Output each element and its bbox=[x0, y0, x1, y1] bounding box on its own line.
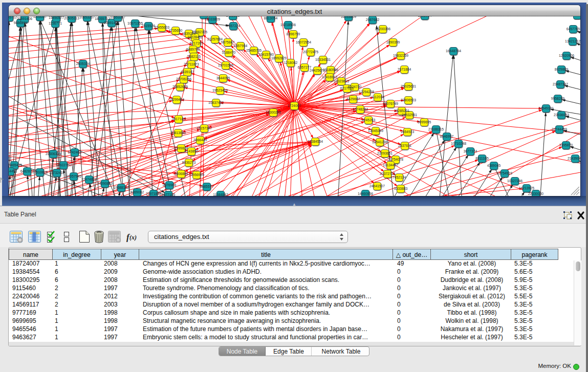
svg-text:8396759: 8396759 bbox=[287, 32, 300, 36]
svg-text:8646997: 8646997 bbox=[440, 135, 454, 138]
svg-text:16033809: 16033809 bbox=[341, 16, 356, 18]
svg-text:1218062: 1218062 bbox=[284, 61, 298, 64]
svg-text:12416912: 12416912 bbox=[322, 75, 337, 79]
svg-text:2605334: 2605334 bbox=[76, 62, 90, 65]
svg-text:13701506: 13701506 bbox=[218, 63, 233, 67]
svg-text:8489709: 8489709 bbox=[186, 48, 200, 51]
svg-text:15180586: 15180586 bbox=[323, 68, 338, 72]
svg-text:11584847: 11584847 bbox=[213, 193, 228, 196]
svg-text:25485735: 25485735 bbox=[246, 49, 262, 52]
svg-text:11881122: 11881122 bbox=[9, 157, 12, 160]
svg-text:20691406: 20691406 bbox=[17, 17, 32, 20]
svg-text:2087682: 2087682 bbox=[366, 18, 380, 21]
svg-text:10653267: 10653267 bbox=[79, 16, 95, 19]
svg-text:21200396: 21200396 bbox=[375, 27, 390, 31]
svg-text:18922760: 18922760 bbox=[56, 163, 71, 167]
svg-text:13732411: 13732411 bbox=[49, 171, 64, 174]
svg-text:6099695: 6099695 bbox=[418, 120, 431, 124]
svg-text:10671355: 10671355 bbox=[127, 21, 143, 25]
svg-text:19523409: 19523409 bbox=[212, 89, 228, 92]
svg-text:3677374: 3677374 bbox=[464, 149, 477, 153]
svg-text:3917183: 3917183 bbox=[172, 117, 186, 121]
svg-text:9958289: 9958289 bbox=[551, 97, 565, 100]
svg-text:18300295: 18300295 bbox=[266, 111, 281, 114]
svg-text:2876966: 2876966 bbox=[163, 183, 177, 187]
svg-text:16648784: 16648784 bbox=[446, 49, 461, 53]
svg-text:12920906: 12920906 bbox=[559, 54, 574, 57]
svg-text:19688132: 19688132 bbox=[114, 186, 129, 189]
svg-text:24090883: 24090883 bbox=[97, 182, 113, 185]
svg-text:20372723: 20372723 bbox=[380, 172, 395, 176]
svg-text:9886231: 9886231 bbox=[14, 21, 28, 25]
svg-text:12294238: 12294238 bbox=[359, 90, 374, 94]
svg-text:21439044: 21439044 bbox=[568, 157, 580, 160]
svg-text:23188315: 23188315 bbox=[428, 127, 444, 131]
svg-text:5682115: 5682115 bbox=[187, 55, 201, 58]
svg-text:8029889: 8029889 bbox=[555, 68, 569, 71]
svg-text:7515526: 7515526 bbox=[142, 24, 156, 28]
svg-text:19384554: 19384554 bbox=[308, 140, 323, 143]
svg-text:8813054: 8813054 bbox=[418, 16, 432, 17]
svg-text:3333883: 3333883 bbox=[394, 187, 408, 190]
svg-text:13754919: 13754919 bbox=[497, 171, 512, 175]
svg-text:6742460: 6742460 bbox=[68, 150, 82, 154]
svg-text:17956909: 17956909 bbox=[189, 173, 204, 177]
svg-text:1203557: 1203557 bbox=[33, 16, 47, 18]
svg-text:8336273: 8336273 bbox=[182, 161, 196, 164]
svg-text:2077105: 2077105 bbox=[162, 193, 176, 196]
svg-text:8224730: 8224730 bbox=[348, 85, 362, 89]
svg-text:20813640: 20813640 bbox=[170, 131, 186, 135]
svg-text:19285201: 19285201 bbox=[394, 109, 409, 113]
svg-text:5188470: 5188470 bbox=[222, 51, 236, 54]
svg-text:4429607: 4429607 bbox=[346, 97, 360, 101]
svg-text:15076749: 15076749 bbox=[383, 102, 398, 105]
svg-text:24641507: 24641507 bbox=[369, 184, 385, 188]
svg-text:25711873: 25711873 bbox=[184, 62, 199, 66]
svg-text:23936053: 23936053 bbox=[554, 113, 569, 117]
svg-text:13134457: 13134457 bbox=[383, 163, 398, 167]
svg-text:22330030: 22330030 bbox=[528, 192, 543, 195]
svg-text:8813054: 8813054 bbox=[264, 16, 278, 20]
svg-text:14460856: 14460856 bbox=[358, 192, 373, 195]
svg-text:2537611: 2537611 bbox=[398, 144, 411, 147]
svg-text:4389045: 4389045 bbox=[487, 164, 501, 167]
svg-text:7452134: 7452134 bbox=[393, 176, 406, 179]
svg-text:8806804: 8806804 bbox=[175, 172, 188, 176]
svg-text:10334531: 10334531 bbox=[315, 58, 331, 61]
svg-text:10228452: 10228452 bbox=[187, 35, 203, 39]
svg-text:25882305: 25882305 bbox=[192, 30, 207, 34]
svg-text:4112034: 4112034 bbox=[371, 95, 384, 99]
svg-text:9214491: 9214491 bbox=[9, 169, 17, 173]
svg-text:10323815: 10323815 bbox=[334, 79, 349, 83]
svg-text:22455603: 22455603 bbox=[154, 26, 169, 29]
svg-text:21257684: 21257684 bbox=[207, 37, 223, 41]
svg-text:10057945: 10057945 bbox=[66, 174, 81, 178]
svg-text:1654923: 1654923 bbox=[401, 130, 415, 134]
svg-text:20505113: 20505113 bbox=[64, 16, 79, 20]
svg-text:1724007: 1724007 bbox=[288, 104, 301, 107]
svg-text:23706266: 23706266 bbox=[176, 77, 191, 81]
svg-text:10837430: 10837430 bbox=[208, 101, 224, 104]
svg-text:19218506: 19218506 bbox=[280, 23, 296, 27]
svg-text:(x): (x) bbox=[129, 234, 137, 241]
svg-text:3395870: 3395870 bbox=[559, 143, 573, 147]
svg-text:9875847: 9875847 bbox=[221, 40, 235, 44]
svg-text:8685577: 8685577 bbox=[200, 185, 214, 188]
svg-text:2457954: 2457954 bbox=[234, 44, 248, 48]
svg-text:10553267: 10553267 bbox=[110, 16, 125, 19]
svg-text:2066449: 2066449 bbox=[193, 138, 207, 142]
svg-text:16213925: 16213925 bbox=[519, 186, 534, 190]
svg-text:24532561: 24532561 bbox=[402, 113, 417, 117]
svg-text:15490577: 15490577 bbox=[49, 16, 64, 19]
svg-text:12541238: 12541238 bbox=[372, 140, 387, 144]
svg-text:4143890: 4143890 bbox=[185, 149, 199, 153]
svg-text:13421212: 13421212 bbox=[565, 39, 580, 43]
svg-text:18992829: 18992829 bbox=[271, 56, 287, 60]
svg-text:7671884: 7671884 bbox=[398, 68, 411, 71]
svg-text:8811165: 8811165 bbox=[475, 157, 489, 160]
svg-text:22093651: 22093651 bbox=[377, 151, 393, 155]
svg-text:1890399: 1890399 bbox=[386, 40, 400, 44]
svg-text:14055712: 14055712 bbox=[9, 16, 17, 19]
svg-text:10710248: 10710248 bbox=[451, 142, 466, 145]
svg-text:23971842: 23971842 bbox=[146, 192, 161, 195]
